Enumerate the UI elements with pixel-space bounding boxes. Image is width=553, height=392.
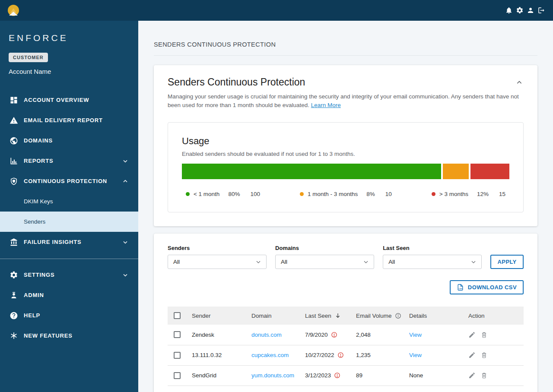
usage-stacked-bar [182, 164, 509, 179]
main-content: SENDERS CONTINUOUS PROTECTION Senders Co… [138, 21, 553, 392]
column-header-action: Action [468, 307, 524, 325]
filter-label: Last Seen [383, 245, 482, 251]
usage-subtitle: Enabled senders should be evaluated if n… [182, 151, 509, 157]
senders-select[interactable]: All [168, 255, 267, 269]
logout-icon[interactable] [537, 6, 545, 14]
info-icon[interactable] [395, 313, 401, 319]
shield-icon [10, 177, 18, 186]
page-title: SENDERS CONTINUOUS PROTECTION [154, 41, 537, 48]
topbar-actions [505, 6, 545, 14]
legend-item: > 3 months 12% 15 [432, 191, 505, 197]
learn-more-link[interactable]: Learn More [311, 102, 341, 108]
collapse-chevron-up-icon[interactable] [515, 78, 524, 87]
sidebar-item-continuous-protection[interactable]: CONTINUOUS PROTECTION [0, 171, 138, 191]
download-csv-button[interactable]: CSV DOWNLOAD CSV [450, 280, 524, 294]
sidebar-item-new-features[interactable]: NEW FEATURES [0, 326, 138, 346]
last-seen-value: 10/27/2022 [305, 352, 334, 358]
gear-icon [10, 271, 18, 279]
sidebar-item-reports[interactable]: REPORTS [0, 151, 138, 171]
column-header-domain: Domain [251, 307, 305, 325]
chevron-down-icon [122, 272, 129, 278]
edit-pencil-icon[interactable] [468, 331, 476, 338]
legend-count: 10 [385, 191, 392, 197]
sidebar-item-failure-insights[interactable]: FAILURE INSIGHTS [0, 232, 138, 252]
domain-link[interactable]: donuts.com [251, 332, 282, 338]
legend-item: < 1 month 80% 100 [186, 191, 260, 197]
column-header-label: Last Seen [305, 313, 331, 319]
usage-legend: < 1 month 80% 100 1 month - 3 months 8% … [182, 191, 509, 197]
usage-bar-segment-1-to-3-months [443, 164, 469, 179]
column-header-last-seen[interactable]: Last Seen [305, 307, 356, 325]
csv-file-icon: CSV [457, 284, 464, 291]
sidebar-item-email-delivery-report[interactable]: EMAIL DELIVERY REPORT [0, 110, 138, 130]
chevron-up-icon [122, 178, 129, 185]
chevron-down-icon [122, 239, 129, 246]
sidebar-item-settings[interactable]: SETTINGS [0, 265, 138, 285]
app-logo[interactable] [8, 5, 19, 16]
select-all-checkbox[interactable] [174, 312, 181, 319]
sidebar-item-domains[interactable]: DOMAINS [0, 130, 138, 151]
edit-pencil-icon[interactable] [468, 351, 476, 359]
legend-dot-orange-icon [300, 192, 304, 196]
sidebar-subitem-label: DKIM Keys [24, 198, 53, 205]
sidebar-item-label: SETTINGS [24, 272, 122, 278]
sidebar-item-label: DOMAINS [24, 137, 129, 144]
domain-link[interactable]: yum.donuts.com [251, 372, 294, 379]
table-row: 13.111.0.32 cupcakes.com 10/27/2022 1,23… [168, 345, 524, 365]
column-header-label: Email Volume [356, 313, 392, 319]
select-value: All [173, 259, 180, 265]
sidebar-item-admin[interactable]: ADMIN [0, 285, 138, 305]
email-volume-cell: 89 [356, 365, 409, 386]
sidebar-item-label: NEW FEATURES [24, 332, 129, 339]
usage-title: Usage [182, 136, 509, 147]
table-row: Zendesk donuts.com 7/9/2020 2,048 View [168, 325, 524, 345]
bar-chart-icon [10, 157, 18, 165]
trash-icon[interactable] [480, 372, 488, 379]
customer-badge: CUSTOMER [9, 53, 48, 62]
filter-label: Senders [168, 245, 267, 251]
filter-senders: Senders All [168, 245, 267, 269]
bell-icon[interactable] [505, 6, 513, 14]
user-icon[interactable] [527, 6, 534, 14]
row-checkbox[interactable] [174, 372, 181, 379]
brand-logo: ENFORCE [0, 21, 138, 43]
gear-icon[interactable] [516, 6, 524, 14]
trash-icon[interactable] [480, 351, 488, 359]
email-volume-cell: 1,235 [356, 345, 409, 365]
sidebar-item-help[interactable]: HELP [0, 305, 138, 326]
title-divider [154, 55, 537, 56]
column-header-email-volume: Email Volume [356, 307, 409, 325]
legend-dot-green-icon [186, 192, 190, 196]
last-seen-select[interactable]: All [383, 255, 482, 269]
globe-icon [10, 136, 18, 145]
row-checkbox[interactable] [174, 352, 181, 359]
sidebar-subitem-label: Senders [24, 218, 45, 225]
domain-link[interactable]: cupcakes.com [251, 352, 289, 358]
details-none-cell: None [409, 365, 468, 386]
warning-circle-icon [337, 352, 344, 358]
admin-icon [10, 291, 18, 300]
senders-table: Sender Domain Last Seen Email Volume [168, 307, 524, 386]
view-details-link[interactable]: View [409, 352, 422, 358]
table-row: SendGrid yum.donuts.com 3/12/2023 89 Non… [168, 365, 524, 386]
edit-pencil-icon[interactable] [468, 372, 476, 379]
view-details-link[interactable]: View [409, 332, 422, 338]
bank-icon [10, 238, 18, 247]
row-checkbox[interactable] [174, 331, 181, 338]
sender-cell: Zendesk [192, 325, 251, 345]
chevron-down-icon [470, 259, 477, 266]
domains-select[interactable]: All [275, 255, 374, 269]
sidebar-subitem-dkim-keys[interactable]: DKIM Keys [0, 191, 138, 212]
select-value: All [281, 259, 287, 265]
legend-label: > 3 months [439, 191, 468, 197]
sort-descending-icon[interactable] [334, 312, 341, 319]
apply-button[interactable]: APPLY [490, 255, 524, 269]
sidebar-item-account-overview[interactable]: ACCOUNT OVERVIEW [0, 90, 138, 110]
download-row: CSV DOWNLOAD CSV [168, 280, 524, 294]
logo-mountain-base-icon [9, 12, 18, 16]
asterisk-icon [10, 332, 18, 340]
chevron-down-icon [255, 259, 262, 266]
last-seen-value: 7/9/2020 [305, 332, 328, 338]
sidebar-subitem-senders[interactable]: Senders [0, 212, 138, 232]
trash-icon[interactable] [480, 331, 488, 338]
